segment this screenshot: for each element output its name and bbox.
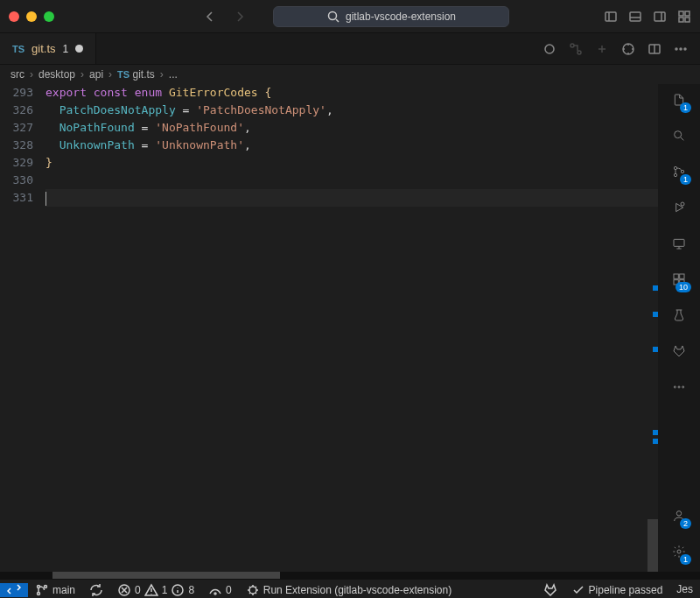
maximize-window-button[interactable] [44, 11, 54, 22]
ts-file-icon: TS [12, 44, 24, 54]
editor[interactable]: ⬢ 293 326 327 328 329 330 331 export con… [0, 84, 658, 572]
remote-explorer-view-icon[interactable] [672, 236, 686, 253]
tab-git-ts[interactable]: TS git.ts 1 [0, 33, 96, 64]
unsaved-indicator-icon[interactable] [75, 45, 83, 53]
scrollbar-thumb-vertical[interactable] [648, 519, 658, 572]
line-number: 330 [0, 172, 33, 189]
editor-actions [542, 33, 700, 64]
line-number: 293 [0, 84, 33, 102]
breadcrumb-item[interactable]: desktop [38, 68, 75, 81]
toggle-panel-icon[interactable] [628, 10, 642, 24]
svg-point-31 [38, 592, 40, 594]
svg-rect-5 [685, 11, 690, 16]
explorer-badge: 1 [680, 102, 691, 113]
git-branch-status[interactable]: main [28, 583, 82, 597]
search-text: gitlab-vscode-extension [346, 11, 456, 23]
gitlab-view-icon[interactable] [672, 344, 686, 361]
command-center[interactable]: gitlab-vscode-extension [273, 6, 509, 27]
back-button[interactable] [203, 10, 217, 24]
breadcrumb[interactable]: src› desktop› api› TS git.ts› ... [0, 65, 700, 84]
problems-status[interactable]: 0 1 8 [110, 583, 201, 597]
tab-modified-count: 1 [63, 43, 69, 55]
remote-indicator[interactable] [0, 583, 28, 597]
svg-rect-21 [674, 274, 678, 278]
svg-point-13 [680, 48, 682, 50]
status-bar: main 0 1 8 0 Run Extension (gitlab-vscod… [0, 579, 700, 598]
extensions-view-icon[interactable]: 10 [672, 272, 686, 289]
main-area: ⬢ 293 326 327 328 329 330 331 export con… [0, 84, 700, 572]
compare-changes-icon[interactable] [569, 42, 583, 56]
pipeline-status[interactable]: Pipeline passed [564, 583, 670, 597]
svg-rect-2 [630, 12, 640, 21]
svg-point-29 [677, 550, 681, 553]
settings-badge: 1 [680, 554, 691, 565]
run-icon[interactable] [621, 42, 635, 56]
svg-rect-7 [685, 18, 690, 22]
line-number: 331 [0, 189, 33, 207]
breadcrumb-item[interactable]: api [89, 68, 103, 81]
more-views-icon[interactable] [672, 380, 686, 397]
svg-point-12 [676, 48, 677, 50]
line-number-gutter: 293 326 327 328 329 330 331 [0, 84, 40, 572]
line-number: 329 [0, 154, 33, 172]
close-window-button[interactable] [9, 11, 19, 22]
search-view-icon[interactable] [672, 129, 686, 145]
line-number: 326 [0, 102, 33, 119]
svg-rect-6 [679, 18, 683, 22]
history-nav [203, 10, 247, 24]
code-content[interactable]: export const enum GitErrorCodes { PatchD… [40, 84, 658, 572]
accounts-icon[interactable]: 2 [672, 509, 686, 525]
line-number: 328 [0, 137, 33, 154]
horizontal-scrollbar[interactable] [0, 572, 700, 579]
svg-rect-3 [654, 12, 665, 21]
split-editor-icon[interactable] [648, 42, 662, 56]
svg-point-27 [682, 386, 684, 388]
toggle-secondary-sidebar-icon[interactable] [653, 10, 667, 24]
line-number: 327 [0, 119, 33, 137]
svg-point-0 [328, 11, 336, 19]
svg-point-28 [676, 511, 681, 516]
scrollbar-thumb-horizontal[interactable] [52, 572, 280, 579]
gitlab-duo-icon[interactable] [542, 42, 556, 56]
svg-point-8 [570, 44, 574, 47]
settings-gear-icon[interactable]: 1 [672, 545, 686, 561]
forward-button[interactable] [233, 10, 247, 24]
tab-bar: TS git.ts 1 [0, 33, 700, 65]
activity-bar: 1 1 10 2 1 [658, 84, 700, 572]
testing-view-icon[interactable] [672, 308, 686, 325]
minimize-window-button[interactable] [26, 11, 37, 22]
extensions-badge: 10 [676, 282, 691, 292]
status-tail[interactable]: Jes [669, 583, 700, 595]
svg-point-17 [674, 173, 676, 176]
svg-point-35 [214, 593, 216, 594]
more-actions-icon[interactable] [674, 42, 688, 56]
debug-target-status[interactable]: Run Extension (gitlab-vscode-extension) [239, 583, 458, 597]
svg-rect-22 [680, 274, 684, 278]
text-cursor [46, 192, 46, 206]
sync-button[interactable] [82, 583, 110, 597]
open-changes-icon[interactable] [595, 42, 609, 56]
layout-controls [604, 10, 691, 24]
customize-layout-icon[interactable] [677, 10, 691, 24]
svg-point-14 [684, 48, 686, 50]
window-controls [9, 11, 54, 22]
svg-point-36 [249, 587, 256, 594]
breadcrumb-item[interactable]: src [10, 68, 24, 81]
overview-ruler[interactable] [648, 84, 658, 572]
breadcrumb-item[interactable]: ... [169, 68, 178, 81]
source-control-view-icon[interactable]: 1 [672, 165, 686, 181]
breadcrumb-item[interactable]: TS git.ts [117, 68, 155, 81]
tab-filename: git.ts [32, 42, 55, 55]
gitlab-duo-status[interactable] [536, 583, 564, 597]
search-icon [326, 10, 340, 24]
svg-point-19 [681, 202, 684, 206]
ports-status[interactable]: 0 [201, 583, 239, 597]
toggle-primary-sidebar-icon[interactable] [604, 10, 618, 24]
svg-rect-1 [606, 12, 616, 21]
svg-point-18 [681, 170, 683, 172]
explorer-view-icon[interactable]: 1 [672, 93, 686, 109]
title-bar: gitlab-vscode-extension [0, 0, 700, 33]
run-debug-view-icon[interactable] [672, 201, 686, 217]
accounts-badge: 2 [680, 518, 691, 529]
svg-point-15 [675, 131, 682, 138]
